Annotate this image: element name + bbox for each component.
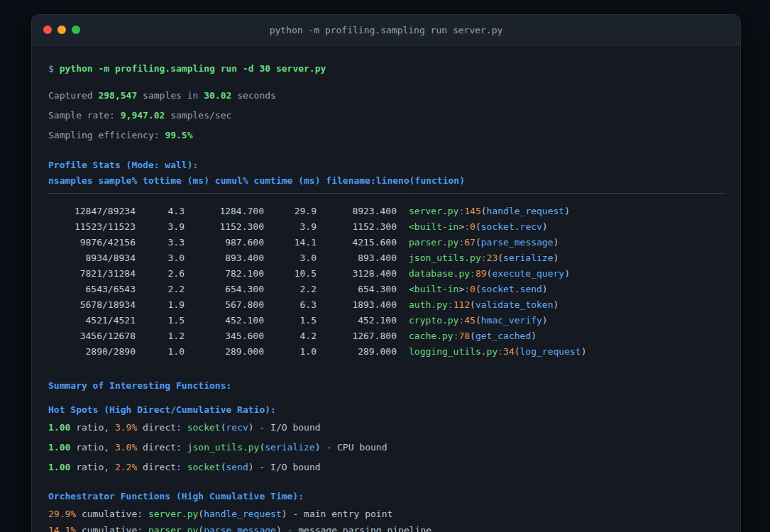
cumtime-cell: 1893.400 bbox=[317, 297, 397, 313]
nsamples-cell: 9876/42156 bbox=[48, 235, 136, 250]
tottime-cell: 987.600 bbox=[185, 235, 264, 250]
profile-stats-heading: Profile Stats (Mode: wall): bbox=[48, 160, 724, 170]
table-row: 7821/31284 2.6 782.100 10.5 3128.400 dat… bbox=[48, 266, 724, 282]
cumtime-cell: 8923.400 bbox=[317, 204, 397, 219]
sample-pct-cell: 3.0 bbox=[136, 250, 185, 266]
cumtime-cell: 1267.800 bbox=[317, 328, 397, 344]
sampling-efficiency-line: Sampling efficiency: 99.5% bbox=[48, 131, 724, 140]
sample-pct-cell: 2.2 bbox=[136, 282, 185, 297]
table-divider bbox=[48, 193, 725, 194]
cumul-pct-cell: 2.2 bbox=[264, 282, 317, 297]
stats-table-body: 12847/89234 4.3 1284.700 29.9 8923.400 s… bbox=[48, 204, 724, 360]
table-row: 12847/89234 4.3 1284.700 29.9 8923.400 s… bbox=[48, 204, 724, 219]
table-row: 11523/11523 3.9 1152.300 3.9 1152.300 <b… bbox=[48, 219, 724, 235]
table-row: 3456/12678 1.2 345.600 4.2 1267.800 cach… bbox=[48, 328, 724, 344]
filename-cell: parser.py:67(parse_message) bbox=[409, 235, 559, 250]
hot-spots-heading: Hot Spots (High Direct/Cumulative Ratio)… bbox=[48, 405, 724, 415]
tottime-cell: 654.300 bbox=[185, 282, 264, 297]
nsamples-cell: 5678/18934 bbox=[48, 297, 136, 313]
terminal-window: python -m profiling.sampling run server.… bbox=[31, 14, 741, 532]
orchestrator-line: 14.1% cumulative: parser.py(parse_messag… bbox=[48, 526, 724, 532]
cumul-pct-cell: 1.0 bbox=[264, 344, 317, 360]
maximize-button[interactable] bbox=[72, 26, 80, 34]
sample-pct-cell: 1.5 bbox=[136, 313, 185, 328]
filename-cell: json_utils.py:23(serialize) bbox=[409, 250, 559, 266]
cumtime-cell: 289.000 bbox=[317, 344, 397, 360]
terminal-content[interactable]: $ python -m profiling.sampling run -d 30… bbox=[32, 45, 740, 532]
cumtime-cell: 4215.600 bbox=[317, 235, 397, 250]
table-row: 6543/6543 2.2 654.300 2.2 654.300 <built… bbox=[48, 282, 724, 297]
nsamples-cell: 2890/2890 bbox=[48, 344, 136, 360]
cumtime-cell: 893.400 bbox=[317, 250, 397, 266]
orchestrator-line: 29.9% cumulative: server.py(handle_reque… bbox=[48, 509, 724, 519]
nsamples-cell: 4521/4521 bbox=[48, 313, 136, 328]
nsamples-cell: 12847/89234 bbox=[48, 204, 136, 219]
tottime-cell: 1284.700 bbox=[185, 204, 264, 219]
captured-samples-line: Captured 298,547 samples in 30.02 second… bbox=[48, 91, 724, 101]
filename-cell: crypto.py:45(hmac_verify) bbox=[409, 313, 548, 328]
sample-pct-cell: 3.9 bbox=[136, 219, 185, 235]
sample-pct-cell: 2.6 bbox=[136, 266, 185, 282]
filename-cell: auth.py:112(validate_token) bbox=[409, 297, 559, 313]
cumtime-cell: 1152.300 bbox=[317, 219, 397, 235]
table-row: 4521/4521 1.5 452.100 1.5 452.100 crypto… bbox=[48, 313, 724, 328]
hot-spot-line: 1.00 ratio, 2.2% direct: socket(send) - … bbox=[48, 462, 724, 472]
sample-pct-cell: 3.3 bbox=[136, 235, 185, 250]
sample-pct-cell: 1.0 bbox=[136, 344, 185, 360]
tottime-cell: 452.100 bbox=[185, 313, 264, 328]
hot-spot-line: 1.00 ratio, 3.0% direct: json_utils.py(s… bbox=[48, 443, 724, 453]
filename-cell: database.py:89(execute_query) bbox=[409, 266, 570, 282]
nsamples-cell: 7821/31284 bbox=[48, 266, 136, 282]
tottime-cell: 567.800 bbox=[185, 297, 264, 313]
cumtime-cell: 452.100 bbox=[317, 313, 397, 328]
cumul-pct-cell: 1.5 bbox=[264, 313, 317, 328]
sample-pct-cell: 4.3 bbox=[136, 204, 185, 219]
desktop-background: python -m profiling.sampling run server.… bbox=[0, 0, 770, 532]
sample-pct-cell: 1.9 bbox=[136, 297, 185, 313]
table-row: 2890/2890 1.0 289.000 1.0 289.000 loggin… bbox=[48, 344, 724, 360]
tottime-cell: 782.100 bbox=[185, 266, 264, 282]
cumul-pct-cell: 10.5 bbox=[264, 266, 317, 282]
tottime-cell: 1152.300 bbox=[185, 219, 264, 235]
command-prompt-line: $ python -m profiling.sampling run -d 30… bbox=[48, 64, 724, 74]
cumul-pct-cell: 6.3 bbox=[264, 297, 317, 313]
filename-cell: server.py:145(handle_request) bbox=[409, 204, 570, 219]
tottime-cell: 893.400 bbox=[185, 250, 264, 266]
tottime-cell: 289.000 bbox=[185, 344, 264, 360]
filename-cell: logging_utils.py:34(log_request) bbox=[409, 344, 586, 360]
cumul-pct-cell: 14.1 bbox=[264, 235, 317, 250]
filename-cell: <built-in>:0(socket.send) bbox=[409, 282, 548, 297]
stats-column-header: nsamples sample% tottime (ms) cumul% cum… bbox=[48, 176, 724, 186]
table-row: 9876/42156 3.3 987.600 14.1 4215.600 par… bbox=[48, 235, 724, 250]
nsamples-cell: 6543/6543 bbox=[48, 282, 136, 297]
cumul-pct-cell: 4.2 bbox=[264, 328, 317, 344]
hot-spot-line: 1.00 ratio, 3.9% direct: socket(recv) - … bbox=[48, 423, 724, 433]
tottime-cell: 345.600 bbox=[185, 328, 264, 344]
sample-pct-cell: 1.2 bbox=[136, 328, 185, 344]
cumtime-cell: 3128.400 bbox=[317, 266, 397, 282]
table-row: 8934/8934 3.0 893.400 3.0 893.400 json_u… bbox=[48, 250, 724, 266]
sample-rate-line: Sample rate: 9,947.02 samples/sec bbox=[48, 111, 724, 121]
cumul-pct-cell: 3.9 bbox=[264, 219, 317, 235]
window-title: python -m profiling.sampling run server.… bbox=[32, 25, 740, 35]
cumtime-cell: 654.300 bbox=[317, 282, 397, 297]
filename-cell: <built-in>:0(socket.recv) bbox=[409, 219, 548, 235]
table-row: 5678/18934 1.9 567.800 6.3 1893.400 auth… bbox=[48, 297, 724, 313]
traffic-lights bbox=[43, 15, 80, 45]
nsamples-cell: 11523/11523 bbox=[48, 219, 136, 235]
orchestrator-heading: Orchestrator Functions (High Cumulative … bbox=[48, 492, 724, 501]
filename-cell: cache.py:78(get_cached) bbox=[409, 328, 537, 344]
terminal-titlebar[interactable]: python -m profiling.sampling run server.… bbox=[32, 15, 740, 45]
nsamples-cell: 3456/12678 bbox=[48, 328, 136, 344]
cumul-pct-cell: 29.9 bbox=[264, 204, 317, 219]
nsamples-cell: 8934/8934 bbox=[48, 250, 136, 266]
summary-heading: Summary of Interesting Functions: bbox=[48, 381, 724, 391]
close-button[interactable] bbox=[43, 26, 52, 34]
cumul-pct-cell: 3.0 bbox=[264, 250, 317, 266]
minimize-button[interactable] bbox=[57, 26, 66, 34]
